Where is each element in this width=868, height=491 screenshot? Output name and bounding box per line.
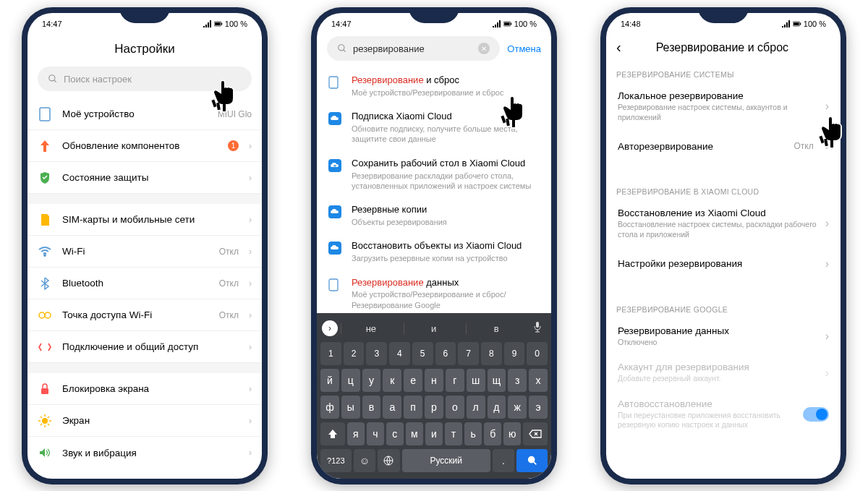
section-gap [27,194,262,204]
result-backup-data[interactable]: Резервирование данных Моё устройство/Рез… [317,270,551,317]
key-в[interactable]: в [362,396,381,419]
row-bluetooth[interactable]: Bluetooth Откл › [27,268,262,299]
key-5[interactable]: 5 [412,342,433,365]
row-google-backup[interactable]: Резервирование данных Отключено › [606,318,841,355]
key-д[interactable]: д [488,396,506,419]
suggestion[interactable]: и [404,323,464,334]
key-7[interactable]: 7 [458,342,479,365]
key-й[interactable]: й [320,369,339,392]
key-4[interactable]: 4 [389,342,410,365]
key-у[interactable]: у [362,369,381,392]
suggestion[interactable]: в [466,323,526,334]
key-м[interactable]: м [406,422,423,445]
row-security[interactable]: Состояние защиты › [27,162,262,194]
search-input[interactable]: резервирование ✕ [327,36,500,61]
battery-text: 100 % [225,20,247,28]
notch [698,7,749,23]
key-1[interactable]: 1 [320,342,341,365]
search-input[interactable]: Поиск настроек [38,67,252,91]
key-ц[interactable]: ц [341,369,360,392]
cancel-button[interactable]: Отмена [507,43,541,54]
cloud-icon [328,112,343,127]
row-local-backup[interactable]: Локальное резервирование Резервирование … [606,83,841,129]
row-update[interactable]: Обновление компонентов 1 › [27,130,262,162]
key-н[interactable]: н [425,369,443,392]
row-autorestore[interactable]: Автовосстановление При переустановке при… [606,391,841,437]
period-key[interactable]: . [493,449,515,472]
key-и[interactable]: и [425,422,443,445]
row-my-device[interactable]: Моё устройство MIUI Glo [27,98,262,130]
key-9[interactable]: 9 [504,342,525,365]
svg-line-17 [41,424,42,425]
keyboard-row1: йцукенгшщзх [319,369,549,392]
row-sim[interactable]: SIM-карты и мобильные сети › [27,204,262,236]
phone-settings-main: 14:47 100 % Настройки Поиск настроек Моё… [22,7,268,484]
suggestion[interactable]: не [341,323,401,334]
key-х[interactable]: х [529,369,548,392]
key-о[interactable]: о [446,396,464,419]
key-ж[interactable]: ж [508,396,527,419]
search-key[interactable] [516,449,548,472]
shift-key[interactable] [320,422,345,445]
row-backup-settings[interactable]: Настройки резервирования › [606,247,841,281]
clear-button[interactable]: ✕ [478,43,490,54]
device-icon [38,107,52,121]
key-к[interactable]: к [383,369,401,392]
key-п[interactable]: п [404,396,422,419]
key-т[interactable]: т [445,422,462,445]
result-restore-cloud[interactable]: Восстановить объекты из Xiaomi Cloud Заг… [317,234,551,270]
key-л[interactable]: л [467,396,485,419]
mic-icon[interactable] [529,321,546,336]
result-xiaomi-cloud-sub[interactable]: Подписка Xiaomi Cloud Обновите подписку,… [317,104,551,150]
key-щ[interactable]: щ [488,369,506,392]
key-с[interactable]: с [386,422,404,445]
label: Обновление компонентов [62,140,218,151]
status-time: 14:48 [621,20,641,28]
row-sound[interactable]: Звук и вибрация › [27,437,262,469]
row-restore-cloud[interactable]: Восстановление из Xiaomi Cloud Восстанов… [606,200,841,247]
key-г[interactable]: г [446,369,464,392]
key-э[interactable]: э [529,396,548,419]
key-р[interactable]: р [425,396,443,419]
toggle-switch[interactable] [803,407,829,422]
key-а[interactable]: а [383,396,401,419]
globe-key[interactable] [378,449,400,472]
key-ф[interactable]: ф [320,396,339,419]
result-backup-reset[interactable]: Резервирование и сброс Моё устройство/Ре… [317,68,551,104]
row-lock[interactable]: Блокировка экрана › [27,373,262,405]
key-ч[interactable]: ч [367,422,384,445]
key-2[interactable]: 2 [344,342,365,365]
key-я[interactable]: я [347,422,365,445]
section-header-google: РЕЗЕРВИРОВАНИЕ GOOGLE [606,295,841,318]
key-6[interactable]: 6 [435,342,456,365]
result-backup-copies[interactable]: Резервные копии Объекты резервирования [317,197,551,234]
key-0[interactable]: 0 [527,342,548,365]
key-3[interactable]: 3 [366,342,387,365]
row-auto-backup[interactable]: Авторезервирование Откл › [606,129,841,163]
row-wifi[interactable]: Wi-Fi Откл › [27,236,262,268]
key-8[interactable]: 8 [481,342,502,365]
bluetooth-icon [38,276,52,291]
emoji-key[interactable]: ☺ [354,449,376,472]
result-save-desktop[interactable]: Сохранить рабочий стол в Xiaomi Cloud Ре… [317,151,551,197]
key-б[interactable]: б [484,422,501,445]
key-ш[interactable]: ш [467,369,485,392]
row-sharing[interactable]: Подключение и общий доступ › [27,331,262,363]
key-ы[interactable]: ы [341,396,360,419]
space-key[interactable]: Русский [402,449,490,472]
key-ю[interactable]: ю [503,422,521,445]
row-hotspot[interactable]: Точка доступа Wi-Fi Откл › [27,299,262,331]
back-button[interactable]: ‹ [616,39,621,56]
row-backup-account[interactable]: Аккаунт для резервирования Добавьте резе… [606,354,841,391]
chevron-right-icon[interactable]: › [322,320,338,336]
key-е[interactable]: е [404,369,422,392]
key-з[interactable]: з [508,369,527,392]
screen: 14:47 100 % Настройки Поиск настроек Моё… [27,13,262,479]
keyboard[interactable]: › не и в 1234567890 йцукенгшщзх фывапрол… [317,313,551,479]
symbols-key[interactable]: ?123 [320,449,352,472]
key-ь[interactable]: ь [464,422,482,445]
row-display[interactable]: Экран › [27,405,262,437]
result-sub: Моё устройство/Резервирование и сброс/Ре… [352,289,540,310]
search-icon [48,74,58,84]
backspace-key[interactable] [523,422,548,445]
